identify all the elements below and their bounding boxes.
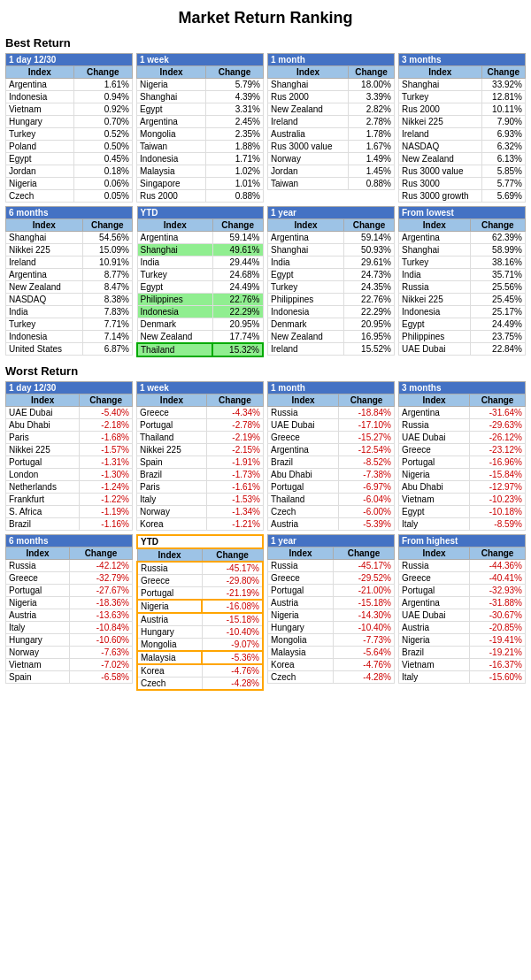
index-cell: New Zealand [268, 331, 344, 343]
table-row: Argentina1.61% [6, 79, 133, 91]
table-row: India7.83% [6, 306, 133, 318]
table-row: Mongolia-9.07% [137, 639, 263, 652]
table-row: Rus 20003.39% [268, 91, 395, 103]
table-row: Nigeria-16.08% [137, 600, 263, 613]
table-row: New Zealand16.95% [268, 331, 395, 343]
table-row: Brazil-1.16% [6, 518, 133, 531]
column-header: Index [6, 66, 74, 79]
table-row: Brazil-1.73% [137, 469, 264, 481]
page-title: Market Return Ranking [0, 0, 531, 33]
table-row: NASDAQ8.38% [6, 294, 133, 306]
column-header: Change [206, 66, 264, 79]
change-cell: 6.13% [481, 153, 525, 165]
table-row: Russia-45.17% [268, 560, 395, 572]
change-cell: -10.18% [470, 506, 526, 518]
change-cell: -1.16% [80, 518, 133, 531]
change-cell: -7.02% [69, 659, 132, 671]
table-row: Paris-1.68% [6, 432, 133, 444]
table-row: Mongolia-7.73% [268, 634, 395, 647]
change-cell: -7.63% [69, 647, 132, 659]
change-cell: -20.85% [470, 622, 526, 634]
index-cell: Hungary [137, 626, 202, 639]
index-cell: Greece [399, 572, 470, 585]
table-row: Nigeria0.06% [6, 178, 133, 190]
table-row: Greece-29.80% [137, 575, 263, 587]
change-cell: 22.29% [212, 306, 263, 318]
table-row: Russia-42.12% [6, 560, 133, 572]
index-cell: Malaysia [137, 165, 206, 178]
change-cell: 22.76% [212, 294, 263, 306]
table-row: Argentina-31.88% [399, 597, 526, 609]
index-cell: Norway [137, 506, 207, 518]
table-row: New Zealand8.47% [6, 281, 133, 294]
index-cell: Portugal [6, 585, 70, 597]
column-header: Index [268, 66, 349, 79]
change-cell: -6.97% [339, 481, 395, 494]
table-row: Russia-44.36% [399, 560, 526, 572]
index-cell: Korea [137, 664, 202, 678]
index-cell: Czech [268, 671, 334, 684]
index-cell: Singapore [137, 178, 206, 190]
column-header: Change [481, 66, 525, 79]
change-cell: 1.49% [349, 153, 395, 165]
change-cell: -6.58% [69, 671, 132, 684]
change-cell: 38.16% [470, 256, 525, 269]
change-cell: 24.49% [470, 318, 525, 331]
index-cell: Rus 3000 [399, 178, 482, 190]
change-cell: 59.14% [344, 232, 395, 244]
table-row: Shanghai18.00% [268, 79, 395, 91]
index-cell: Rus 2000 [399, 103, 482, 116]
index-cell: Czech [268, 506, 339, 518]
change-cell: -8.59% [470, 518, 526, 531]
change-cell: 7.14% [82, 331, 132, 343]
table-row: Argentina-31.64% [399, 407, 526, 419]
column-header: Index [268, 219, 344, 232]
index-cell: Austria [137, 613, 202, 626]
index-cell: S. Africa [6, 506, 80, 518]
change-cell: -4.28% [334, 671, 395, 684]
best-row2: 6 monthsIndexChangeShanghai54.56%Nikkei … [0, 206, 531, 361]
index-cell: Greece [268, 432, 339, 444]
change-cell: -21.00% [334, 585, 395, 597]
table-block: 6 monthsIndexChangeRussia-42.12%Greece-3… [5, 534, 133, 691]
index-cell: Turkey [399, 256, 471, 269]
table-row: Malaysia-5.64% [268, 647, 395, 659]
change-cell: -1.57% [80, 444, 133, 456]
change-cell: 5.69% [481, 190, 525, 203]
table-row: Taiwan1.88% [137, 141, 264, 153]
column-header: Change [206, 394, 263, 407]
change-cell: 0.94% [73, 91, 132, 103]
table-row: Shanghai50.93% [268, 244, 395, 256]
change-cell: -18.36% [69, 597, 132, 609]
table-row: New Zealand17.74% [137, 331, 263, 344]
change-cell: -1.30% [80, 469, 133, 481]
table-row: Vietnam0.92% [6, 103, 133, 116]
index-cell: Jordan [268, 165, 349, 178]
table-row: Portugal-32.93% [399, 585, 526, 597]
table-row: Vietnam-7.02% [6, 659, 133, 671]
change-cell: -31.88% [470, 597, 526, 609]
table-row: Italy-10.84% [6, 622, 133, 634]
change-cell: -16.37% [470, 659, 526, 671]
index-cell: London [6, 469, 80, 481]
index-cell: Nigeria [137, 79, 206, 91]
table-row: Rus 3000 value5.85% [399, 165, 526, 178]
table-row: Argentina2.45% [137, 116, 264, 128]
change-cell: -29.80% [202, 575, 263, 587]
index-cell: Turkey [268, 281, 344, 294]
worst-row1: 1 day 12/30IndexChangeUAE Dubai-5.40%Abu… [0, 381, 531, 534]
column-header: Index [137, 66, 206, 79]
table-row: Korea-4.76% [268, 659, 395, 671]
change-cell: 12.81% [481, 91, 525, 103]
index-cell: Thailand [137, 432, 207, 444]
index-cell: Abu Dhabi [6, 419, 80, 432]
change-cell: -1.19% [80, 506, 133, 518]
table-row: Abu Dhabi-2.18% [6, 419, 133, 432]
change-cell: -7.38% [339, 469, 395, 481]
table-row: UAE Dubai-30.67% [399, 609, 526, 622]
change-cell: 35.71% [470, 269, 525, 281]
table-row: Argentina59.14% [268, 232, 395, 244]
table-row: Denmark20.95% [137, 318, 263, 331]
table-row: Indonesia1.71% [137, 153, 264, 165]
change-cell: 25.56% [470, 281, 525, 294]
